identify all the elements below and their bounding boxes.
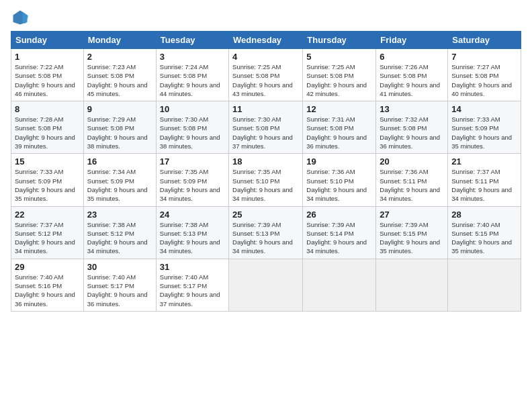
calendar-cell: [376, 259, 448, 311]
page-container: SundayMondayTuesdayWednesdayThursdayFrid…: [0, 0, 532, 317]
calendar-cell: 19Sunrise: 7:36 AM Sunset: 5:10 PM Dayli…: [303, 154, 376, 206]
day-number: 6: [380, 52, 444, 62]
day-info: Sunrise: 7:27 AM Sunset: 5:08 PM Dayligh…: [451, 62, 517, 98]
svg-marker-1: [23, 11, 29, 24]
day-number: 11: [232, 104, 299, 114]
day-number: 24: [160, 210, 225, 220]
calendar-cell: 21Sunrise: 7:37 AM Sunset: 5:11 PM Dayli…: [448, 154, 521, 206]
calendar-cell: 13Sunrise: 7:32 AM Sunset: 5:08 PM Dayli…: [376, 101, 448, 154]
day-info: Sunrise: 7:40 AM Sunset: 5:17 PM Dayligh…: [87, 273, 152, 308]
logo-icon: [11, 8, 30, 27]
calendar-cell: 22Sunrise: 7:37 AM Sunset: 5:12 PM Dayli…: [11, 206, 84, 259]
day-info: Sunrise: 7:35 AM Sunset: 5:10 PM Dayligh…: [232, 167, 299, 203]
calendar-cell: 9Sunrise: 7:29 AM Sunset: 5:08 PM Daylig…: [83, 101, 156, 154]
calendar-cell: 11Sunrise: 7:30 AM Sunset: 5:08 PM Dayli…: [229, 101, 303, 154]
logo: [11, 8, 32, 27]
day-info: Sunrise: 7:28 AM Sunset: 5:08 PM Dayligh…: [15, 115, 80, 150]
day-number: 7: [451, 52, 517, 62]
day-info: Sunrise: 7:36 AM Sunset: 5:10 PM Dayligh…: [306, 167, 372, 203]
day-number: 28: [451, 210, 517, 220]
day-info: Sunrise: 7:40 AM Sunset: 5:15 PM Dayligh…: [451, 220, 517, 256]
weekday-header-friday: Friday: [376, 32, 448, 49]
calendar-cell: 15Sunrise: 7:33 AM Sunset: 5:09 PM Dayli…: [11, 154, 84, 206]
day-info: Sunrise: 7:38 AM Sunset: 5:13 PM Dayligh…: [160, 220, 225, 256]
day-number: 4: [232, 52, 299, 62]
calendar-cell: [229, 259, 303, 311]
day-number: 12: [306, 104, 372, 114]
day-number: 23: [87, 210, 152, 220]
day-number: 13: [380, 104, 444, 114]
calendar-cell: 2Sunrise: 7:23 AM Sunset: 5:08 PM Daylig…: [83, 49, 156, 101]
weekday-header-tuesday: Tuesday: [156, 32, 228, 49]
calendar-table: SundayMondayTuesdayWednesdayThursdayFrid…: [11, 31, 521, 312]
day-number: 5: [306, 52, 372, 62]
day-number: 3: [160, 52, 225, 62]
header: [11, 8, 521, 27]
day-number: 10: [160, 104, 225, 114]
calendar-week-2: 8Sunrise: 7:28 AM Sunset: 5:08 PM Daylig…: [11, 101, 521, 154]
day-number: 21: [451, 156, 517, 167]
calendar-cell: 20Sunrise: 7:36 AM Sunset: 5:11 PM Dayli…: [376, 154, 448, 206]
calendar-cell: 10Sunrise: 7:30 AM Sunset: 5:08 PM Dayli…: [156, 101, 228, 154]
day-number: 22: [15, 210, 80, 220]
day-info: Sunrise: 7:40 AM Sunset: 5:17 PM Dayligh…: [160, 273, 225, 308]
calendar-cell: 4Sunrise: 7:25 AM Sunset: 5:08 PM Daylig…: [229, 49, 303, 101]
weekday-header-saturday: Saturday: [448, 32, 521, 49]
calendar-week-5: 29Sunrise: 7:40 AM Sunset: 5:16 PM Dayli…: [11, 259, 521, 311]
day-info: Sunrise: 7:37 AM Sunset: 5:12 PM Dayligh…: [15, 220, 80, 256]
calendar-week-3: 15Sunrise: 7:33 AM Sunset: 5:09 PM Dayli…: [11, 154, 521, 206]
day-info: Sunrise: 7:40 AM Sunset: 5:16 PM Dayligh…: [15, 273, 80, 308]
day-number: 18: [232, 156, 299, 167]
day-number: 25: [232, 210, 299, 220]
day-info: Sunrise: 7:38 AM Sunset: 5:12 PM Dayligh…: [87, 220, 152, 256]
day-number: 17: [160, 156, 225, 167]
day-info: Sunrise: 7:32 AM Sunset: 5:08 PM Dayligh…: [380, 115, 444, 150]
day-info: Sunrise: 7:31 AM Sunset: 5:08 PM Dayligh…: [306, 115, 372, 150]
calendar-cell: 8Sunrise: 7:28 AM Sunset: 5:08 PM Daylig…: [11, 101, 84, 154]
day-info: Sunrise: 7:37 AM Sunset: 5:11 PM Dayligh…: [451, 167, 517, 203]
day-info: Sunrise: 7:25 AM Sunset: 5:08 PM Dayligh…: [306, 62, 372, 98]
day-number: 20: [380, 156, 444, 167]
day-number: 14: [451, 104, 517, 114]
day-info: Sunrise: 7:25 AM Sunset: 5:08 PM Dayligh…: [232, 62, 299, 98]
day-number: 30: [87, 262, 152, 272]
day-info: Sunrise: 7:23 AM Sunset: 5:08 PM Dayligh…: [87, 62, 152, 98]
day-number: 15: [15, 156, 80, 167]
day-info: Sunrise: 7:34 AM Sunset: 5:09 PM Dayligh…: [87, 167, 152, 203]
weekday-header-sunday: Sunday: [11, 32, 84, 49]
day-info: Sunrise: 7:24 AM Sunset: 5:08 PM Dayligh…: [160, 62, 225, 98]
weekday-header-monday: Monday: [83, 32, 156, 49]
day-number: 2: [87, 52, 152, 62]
calendar-cell: 6Sunrise: 7:26 AM Sunset: 5:08 PM Daylig…: [376, 49, 448, 101]
calendar-cell: 23Sunrise: 7:38 AM Sunset: 5:12 PM Dayli…: [83, 206, 156, 259]
calendar-cell: 7Sunrise: 7:27 AM Sunset: 5:08 PM Daylig…: [448, 49, 521, 101]
calendar-cell: 27Sunrise: 7:39 AM Sunset: 5:15 PM Dayli…: [376, 206, 448, 259]
day-info: Sunrise: 7:30 AM Sunset: 5:08 PM Dayligh…: [232, 115, 299, 150]
day-info: Sunrise: 7:33 AM Sunset: 5:09 PM Dayligh…: [451, 115, 517, 150]
day-info: Sunrise: 7:30 AM Sunset: 5:08 PM Dayligh…: [160, 115, 225, 150]
calendar-week-4: 22Sunrise: 7:37 AM Sunset: 5:12 PM Dayli…: [11, 206, 521, 259]
calendar-cell: 3Sunrise: 7:24 AM Sunset: 5:08 PM Daylig…: [156, 49, 228, 101]
weekday-header-wednesday: Wednesday: [229, 32, 303, 49]
weekday-header-thursday: Thursday: [303, 32, 376, 49]
calendar-cell: 17Sunrise: 7:35 AM Sunset: 5:09 PM Dayli…: [156, 154, 228, 206]
calendar-cell: 26Sunrise: 7:39 AM Sunset: 5:14 PM Dayli…: [303, 206, 376, 259]
day-info: Sunrise: 7:35 AM Sunset: 5:09 PM Dayligh…: [160, 167, 225, 203]
calendar-cell: 24Sunrise: 7:38 AM Sunset: 5:13 PM Dayli…: [156, 206, 228, 259]
day-info: Sunrise: 7:22 AM Sunset: 5:08 PM Dayligh…: [15, 62, 80, 98]
calendar-cell: [448, 259, 521, 311]
calendar-cell: 25Sunrise: 7:39 AM Sunset: 5:13 PM Dayli…: [229, 206, 303, 259]
calendar-cell: 5Sunrise: 7:25 AM Sunset: 5:08 PM Daylig…: [303, 49, 376, 101]
day-info: Sunrise: 7:39 AM Sunset: 5:15 PM Dayligh…: [380, 220, 444, 256]
day-number: 27: [380, 210, 444, 220]
calendar-cell: 14Sunrise: 7:33 AM Sunset: 5:09 PM Dayli…: [448, 101, 521, 154]
calendar-cell: 28Sunrise: 7:40 AM Sunset: 5:15 PM Dayli…: [448, 206, 521, 259]
calendar-cell: 31Sunrise: 7:40 AM Sunset: 5:17 PM Dayli…: [156, 259, 228, 311]
calendar-cell: 16Sunrise: 7:34 AM Sunset: 5:09 PM Dayli…: [83, 154, 156, 206]
day-info: Sunrise: 7:33 AM Sunset: 5:09 PM Dayligh…: [15, 167, 80, 203]
day-info: Sunrise: 7:39 AM Sunset: 5:14 PM Dayligh…: [306, 220, 372, 256]
day-info: Sunrise: 7:39 AM Sunset: 5:13 PM Dayligh…: [232, 220, 299, 256]
day-number: 31: [160, 262, 225, 272]
day-number: 29: [15, 262, 80, 272]
weekday-header-row: SundayMondayTuesdayWednesdayThursdayFrid…: [11, 32, 521, 49]
